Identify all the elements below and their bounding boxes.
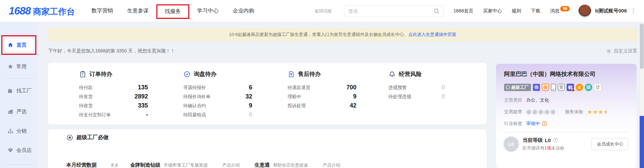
member-level-row: L0 当前等级 L0 ? 距升级还有1项未达标 会员成长中心 bbox=[504, 137, 629, 151]
company-badge-贷[interactable]: 贷 bbox=[594, 84, 601, 91]
sidebar-item-会员店[interactable]: 会员店 bbox=[4, 143, 34, 157]
sidebar-divider bbox=[5, 78, 33, 79]
todo-row-value: 6 bbox=[249, 84, 252, 91]
member-growth-center-button[interactable]: 会员成长中心 bbox=[592, 138, 629, 150]
main-category-value: 办公、文化 bbox=[526, 97, 549, 103]
todo-row-待发货[interactable]: 待发货2892 bbox=[79, 92, 148, 101]
todo-row-value: 335 bbox=[138, 102, 148, 109]
todo-row-待支付定制订单[interactable]: 待支付定制订单- bbox=[79, 110, 148, 119]
logo-1688[interactable]: 1688 商家工作台 bbox=[9, 5, 75, 17]
company-badge-保[interactable]: 保 bbox=[542, 84, 549, 91]
sidebar-item-常用[interactable]: 常用 bbox=[4, 60, 34, 73]
nav-item-4[interactable]: 学习中心 bbox=[190, 7, 226, 14]
todo-row-value: 700 bbox=[346, 84, 356, 91]
trade-medal-icon bbox=[532, 110, 537, 115]
member-store-icon bbox=[7, 147, 13, 153]
quick-link-1[interactable]: 1688首页 bbox=[453, 8, 473, 14]
sidebar-item-label: 找工厂 bbox=[16, 88, 32, 94]
trade-medal-icons bbox=[526, 110, 556, 115]
customize-settings[interactable]: 自定义设置 bbox=[606, 48, 637, 54]
notice-banner-text: 10-9起极速商品更新为超级工厂版生意通，查看入口为首页生意通组件及右侧会员成长… bbox=[229, 32, 408, 38]
sidebar-item-label: 会员店 bbox=[16, 147, 32, 154]
sidebar-item-分销[interactable]: 分销 bbox=[4, 124, 34, 138]
quick-link-4[interactable]: 下载 bbox=[531, 8, 540, 14]
company-badge-phone[interactable] bbox=[551, 84, 556, 91]
level-hint-suffix: 未达标 bbox=[551, 145, 564, 151]
company-badge-信[interactable]: 信 bbox=[533, 84, 540, 91]
avatar[interactable] bbox=[578, 5, 591, 17]
todo-row-待付款[interactable]: 待付款135 bbox=[79, 83, 148, 92]
todo-section-title: 售后待办 bbox=[298, 70, 321, 78]
todo-row-label: 待确认合约 bbox=[183, 103, 206, 109]
page-scrollbar-thumb[interactable] bbox=[640, 24, 644, 69]
level-hint-count: 1项 bbox=[544, 145, 551, 151]
factory-item-4[interactable]: 升级即享工厂专属资源 bbox=[164, 162, 207, 168]
todo-row-投诉处理[interactable]: 投诉处理42 bbox=[288, 101, 356, 110]
current-level-line: 当前等级 L0 ? bbox=[523, 137, 592, 143]
level-upgrade-hint: 距升级还有1项未达标 bbox=[523, 145, 592, 151]
sidebar-item-严选[interactable]: 严选 bbox=[4, 105, 34, 118]
factory-item-6[interactable]: 生意通 bbox=[255, 162, 270, 168]
todo-row-label: 待处理违规 bbox=[388, 94, 411, 100]
search-input[interactable] bbox=[348, 8, 433, 14]
nav-item-5[interactable]: 企业内购 bbox=[226, 7, 261, 14]
super-factory-title: 超级工厂必做 bbox=[76, 134, 109, 141]
medal-service-row: 交易勋章 服务体验 ★★★★★★★★ bbox=[504, 109, 629, 115]
sidebar-item-首页[interactable]: 首页 bbox=[4, 38, 34, 52]
back-to-old-version-link[interactable]: 返回旧版 bbox=[314, 8, 332, 14]
todo-row-违规预警[interactable]: 违规预警0 bbox=[388, 83, 445, 92]
industry-tag-status-link[interactable]: 审核中 bbox=[526, 121, 540, 127]
nav-item-1[interactable]: 数字营销 bbox=[84, 7, 120, 14]
factory-item-5[interactable]: 产品介绍 bbox=[222, 162, 240, 168]
company-name: 阿里巴巴（中国）网络技术有限公司 bbox=[504, 70, 629, 78]
right-edge-blue-bar[interactable] bbox=[640, 116, 644, 168]
super-factory-badge[interactable]: 超级工厂 bbox=[504, 84, 531, 91]
main-nav: 数字营销生意参谋找服务学习中心企业内购 bbox=[84, 3, 261, 19]
todo-row-value: 0 bbox=[442, 84, 445, 91]
company-badge-赊[interactable]: 赊 bbox=[567, 84, 574, 91]
quick-link-3[interactable]: 规则 bbox=[512, 8, 521, 14]
todo-row-待退款退货[interactable]: 待退款退货700 bbox=[288, 83, 356, 92]
todo-section-询盘待办: 询盘待办寻源待报价6待报价询价单32待确认合约9待回拨电话0 bbox=[158, 70, 267, 124]
notice-banner-link[interactable]: 点此进入生意通操作页面 bbox=[408, 32, 456, 38]
todo-section-订单待办: 订单待办待付款135待发货2892待收货335待支付定制订单- bbox=[48, 70, 158, 124]
quick-link-2[interactable]: 买家中心 bbox=[483, 8, 502, 14]
super-factory-header: 超级工厂必做 bbox=[66, 134, 487, 141]
todo-row-待报价询价单[interactable]: 待报价询价单32 bbox=[183, 92, 252, 101]
factory-icon bbox=[7, 88, 13, 94]
search-icon[interactable] bbox=[433, 8, 440, 14]
factory-item-7[interactable]: 帮助全店生意提速 bbox=[273, 162, 308, 168]
todo-row-寻源待报价[interactable]: 寻源待报价6 bbox=[183, 83, 252, 92]
todo-section-header: 订单待办 bbox=[79, 70, 158, 78]
kebab-menu-icon[interactable] bbox=[632, 7, 635, 15]
trade-medal-icon bbox=[538, 110, 543, 115]
trade-medal-icon bbox=[526, 110, 531, 115]
factory-item-2[interactable]: 更多 bbox=[111, 163, 119, 168]
todo-row-待回拨电话[interactable]: 待回拨电话0 bbox=[183, 110, 252, 119]
company-badge-¥[interactable]: ¥ bbox=[576, 84, 583, 91]
nav-item-2[interactable]: 生意参谋 bbox=[120, 7, 156, 14]
todo-section-title: 询盘待办 bbox=[194, 70, 217, 78]
factory-item-8[interactable]: 产品介绍 bbox=[323, 162, 340, 168]
logo-workbench-text: 商家工作台 bbox=[33, 6, 75, 17]
todo-section-title: 经营风险 bbox=[399, 70, 422, 78]
nav-item-3[interactable]: 找服务 bbox=[156, 4, 189, 19]
question-circle-icon[interactable]: ? bbox=[553, 138, 558, 143]
todo-row-理赔中[interactable]: 理赔中9 bbox=[288, 92, 356, 101]
factory-item-3[interactable]: 金牌制造钻级 bbox=[130, 162, 160, 168]
factory-item-1[interactable]: 本月经营数据 bbox=[66, 162, 97, 168]
sidebar-item-label: 分销 bbox=[16, 128, 27, 134]
sidebar-item-找工厂[interactable]: 找工厂 bbox=[4, 84, 34, 97]
company-badge-回[interactable]: 回 bbox=[585, 84, 592, 91]
todo-row-待确认合约[interactable]: 待确认合约9 bbox=[183, 101, 252, 110]
messages-link[interactable]: 消息 99 bbox=[550, 8, 569, 14]
warning-icon[interactable] bbox=[542, 121, 547, 126]
home-icon bbox=[7, 42, 13, 48]
company-badge-安[interactable]: 安 bbox=[558, 84, 565, 91]
messages-label: 消息 bbox=[550, 8, 559, 14]
todo-row-待收货[interactable]: 待收货335 bbox=[79, 101, 148, 110]
todo-row-待处理违规[interactable]: 待处理违规0 bbox=[388, 92, 445, 101]
account-name[interactable]: b测试账号006 bbox=[595, 8, 627, 14]
todo-row-label: 投诉处理 bbox=[288, 103, 306, 109]
circle-star-icon bbox=[66, 134, 73, 141]
